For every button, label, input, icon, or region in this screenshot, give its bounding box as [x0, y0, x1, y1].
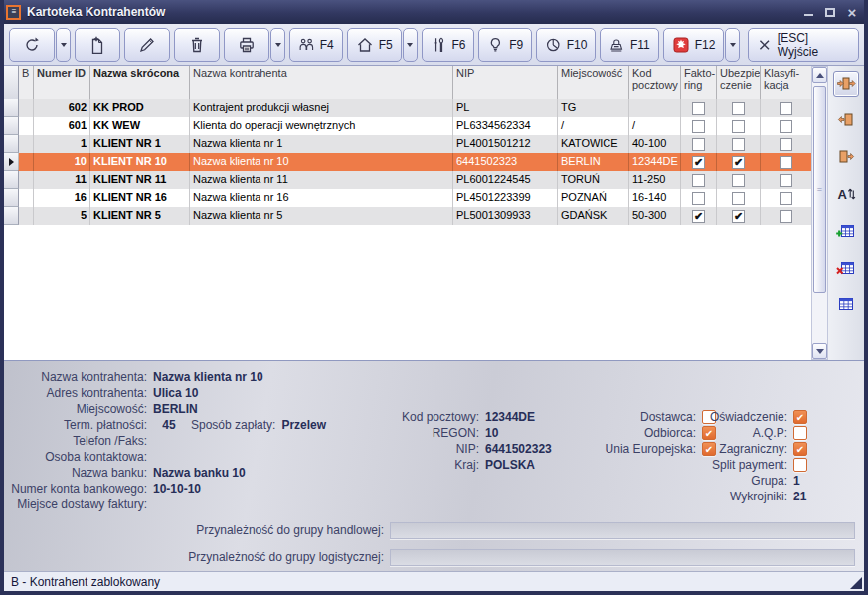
refresh-button[interactable]	[9, 28, 55, 62]
exit-button[interactable]: [ESC] Wyjście	[748, 28, 859, 62]
column-header-kod-pocztowy[interactable]: Kod pocztowy	[629, 66, 681, 99]
register-f11-button[interactable]: F11	[600, 28, 658, 62]
split-payment-checkbox[interactable]	[793, 458, 807, 472]
minimize-button[interactable]	[802, 6, 814, 18]
klasyfikacja-checkbox[interactable]	[780, 210, 792, 223]
sidebar-button-sort[interactable]: A	[833, 181, 859, 207]
scroll-down-button[interactable]	[812, 343, 827, 359]
cell-b	[19, 189, 34, 207]
klasyfikacja-checkbox[interactable]	[780, 174, 792, 187]
column-header-ubezpieczenie[interactable]: Ubezpie-czenie	[717, 66, 761, 99]
row-header[interactable]	[4, 117, 19, 135]
print-button[interactable]	[224, 28, 269, 62]
contractors-f4-button[interactable]: F4	[289, 28, 343, 62]
f5-dropdown[interactable]	[403, 28, 418, 62]
oswiadczenie-checkbox[interactable]	[793, 410, 807, 424]
faktoring-checkbox[interactable]	[692, 120, 705, 133]
aqp-checkbox[interactable]	[793, 426, 807, 440]
ubezpieczenie-checkbox[interactable]	[732, 192, 745, 205]
field-label: Adres kontrahenta:	[10, 386, 147, 400]
sidebar-button-add-view[interactable]	[833, 218, 859, 244]
table-row[interactable]: 11 KLIENT NR 11 Nazwa klienta nr 11 PL60…	[4, 171, 811, 189]
cell-name: Nazwa klienta nr 10	[190, 153, 453, 171]
faktoring-checkbox[interactable]	[692, 156, 705, 169]
ubezpieczenie-checkbox[interactable]	[732, 210, 745, 223]
titlebar: ≡ Kartoteka Kontrahentów ×	[0, 0, 868, 24]
scrollbar-thumb[interactable]	[813, 86, 826, 293]
trade-group-input[interactable]	[390, 522, 855, 539]
column-header-nazwa-kontrahenta[interactable]: Nazwa kontrahenta	[190, 66, 453, 99]
scroll-up-button[interactable]	[812, 67, 827, 83]
row-header-selected[interactable]	[4, 153, 19, 171]
move-right-icon	[836, 147, 856, 167]
faktoring-checkbox[interactable]	[692, 138, 705, 151]
ubezpieczenie-checkbox[interactable]	[732, 102, 745, 115]
klasyfikacja-checkbox[interactable]	[780, 138, 792, 151]
column-header-faktoring[interactable]: Fakto-ring	[681, 66, 717, 99]
table-row[interactable]: 602 KK PROD Kontrajent produkcji własnej…	[4, 99, 811, 117]
info-f9-button[interactable]: F9	[478, 28, 532, 62]
table-empty-area	[4, 225, 811, 360]
ubezpieczenie-checkbox[interactable]	[732, 174, 745, 187]
klasyfikacja-checkbox[interactable]	[780, 156, 792, 169]
column-header-nazwa-skrocona[interactable]: Nazwa skrócona	[90, 66, 190, 99]
maximize-button[interactable]	[824, 6, 836, 18]
klasyfikacja-checkbox[interactable]	[780, 192, 792, 205]
new-button[interactable]	[75, 28, 120, 62]
klasyfikacja-checkbox[interactable]	[780, 120, 792, 133]
column-header-numer-id[interactable]: Numer ID	[34, 66, 90, 99]
faktoring-checkbox[interactable]	[692, 102, 705, 115]
faktoring-checkbox[interactable]	[692, 174, 705, 187]
logistic-group-input[interactable]	[390, 549, 855, 566]
row-header[interactable]	[4, 189, 19, 207]
column-header-miejscowosc[interactable]: Miejscowość	[558, 66, 629, 99]
row-header[interactable]	[4, 207, 19, 225]
delete-button[interactable]	[174, 28, 220, 62]
ubezpieczenie-checkbox[interactable]	[732, 138, 745, 151]
tools-f6-button[interactable]: F6	[422, 28, 475, 62]
main-area: B Numer ID Nazwa skrócona Nazwa kontrahe…	[4, 66, 864, 360]
table-row[interactable]: 601 KK WEW Klienta do operacji wewnętrzn…	[4, 117, 811, 135]
field-label: Wykrojniki:	[650, 490, 787, 503]
cell-city: TORUŃ	[558, 171, 629, 189]
table-row-selected[interactable]: 10 KLIENT NR 10 Nazwa klienta nr 10 6441…	[4, 153, 811, 171]
sidebar-button-table-view[interactable]	[833, 292, 859, 317]
field-value: 12344DE	[485, 410, 535, 424]
f12-dropdown[interactable]	[725, 28, 740, 62]
table-row[interactable]: 16 KLIENT NR 16 Nazwa klienta nr 16 PL45…	[4, 189, 811, 207]
edit-button[interactable]	[124, 28, 170, 62]
sidebar-button-move-left[interactable]	[833, 107, 859, 133]
vertical-scrollbar[interactable]	[811, 66, 828, 360]
column-header-klasyfikacja[interactable]: Klasyfi-kacja	[761, 66, 811, 99]
sidebar-button-move-right[interactable]	[833, 144, 859, 170]
field-value: Przelew	[281, 418, 326, 432]
row-header[interactable]	[4, 135, 19, 153]
gus-f12-button[interactable]: F12	[663, 28, 725, 62]
faktoring-checkbox[interactable]	[692, 210, 705, 223]
field-label: Miejsce dostawy faktury:	[10, 497, 147, 511]
sidebar-button-swap-columns[interactable]	[833, 71, 859, 97]
column-header-b[interactable]: B	[19, 66, 34, 99]
klasyfikacja-checkbox[interactable]	[780, 102, 792, 115]
cell-name: Kontrajent produkcji własnej	[190, 99, 453, 117]
close-button[interactable]: ×	[846, 6, 858, 18]
table-row[interactable]: 5 KLIENT NR 5 Nazwa klienta nr 5 PL50013…	[4, 207, 811, 225]
table-row[interactable]: 1 KLIENT NR 1 Nazwa klienta nr 1 PL40015…	[4, 135, 811, 153]
row-header[interactable]	[4, 171, 19, 189]
cell-name: Nazwa klienta nr 5	[190, 207, 453, 225]
stats-f10-button[interactable]: F10	[536, 28, 596, 62]
row-header[interactable]	[4, 99, 19, 117]
print-dropdown[interactable]	[270, 28, 285, 62]
field-label: Numer konta bankowego:	[10, 482, 147, 496]
cell-b	[19, 99, 34, 117]
refresh-dropdown[interactable]	[56, 28, 71, 62]
column-header-nip[interactable]: NIP	[453, 66, 558, 99]
cell-b	[19, 153, 34, 171]
zagraniczny-checkbox[interactable]	[793, 442, 807, 456]
ubezpieczenie-checkbox[interactable]	[732, 120, 745, 133]
sidebar-button-delete-view[interactable]	[833, 255, 859, 281]
ubezpieczenie-checkbox[interactable]	[732, 156, 745, 169]
home-f5-button[interactable]: F5	[347, 28, 402, 62]
faktoring-checkbox[interactable]	[692, 192, 705, 205]
resize-grip[interactable]	[850, 577, 862, 589]
